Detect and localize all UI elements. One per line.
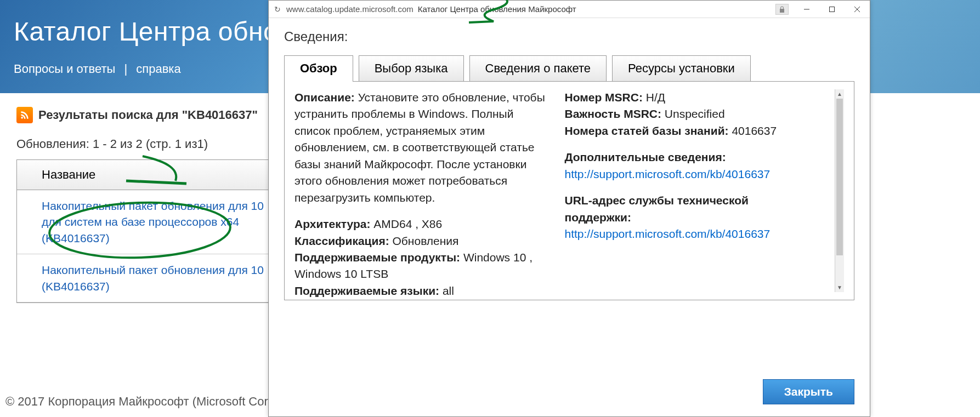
nav-help-link[interactable]: справка	[136, 62, 180, 76]
footer-copyright: © 2017 Корпорация Майкрософт (Microsoft …	[5, 395, 282, 409]
lock-icon	[775, 4, 789, 15]
search-results-label: Результаты поиска для "KB4016637"	[38, 108, 258, 122]
details-popup-window: ↻ www.catalog.update.microsoft.com Катал…	[268, 0, 870, 417]
support-url-label: URL-адрес службы технической поддержки:	[565, 194, 749, 223]
msrc-number-value: Н/Д	[643, 91, 665, 104]
close-window-button[interactable]	[845, 1, 870, 18]
close-button[interactable]: Закрыть	[763, 379, 854, 404]
address-url: www.catalog.update.microsoft.com	[286, 4, 413, 14]
rss-icon[interactable]	[16, 107, 33, 123]
kb-articles-value: 4016637	[729, 124, 777, 137]
right-column: Номер MSRC: Н/Д Важность MSRC: Unspecifi…	[565, 89, 819, 292]
result-link-1[interactable]: Накопительный пакет обновления для 10 дл…	[42, 199, 264, 244]
minimize-button[interactable]	[794, 1, 819, 18]
table-row: Накопительный пакет обновления для 10 дл…	[17, 190, 301, 254]
products-label: Поддерживаемые продукты:	[294, 251, 460, 264]
description-label: Описание:	[294, 91, 355, 104]
scrollbar[interactable]: ▲ ▼	[835, 89, 844, 292]
msrc-severity-label: Важность MSRC:	[565, 107, 662, 120]
msrc-severity-value: Unspecified	[661, 107, 725, 120]
tab-language[interactable]: Выбор языка	[359, 55, 464, 81]
tab-content: Описание: Установите это обновление, что…	[284, 81, 854, 300]
results-table: Название Накопительный пакет обновления …	[16, 159, 302, 303]
tab-package-details[interactable]: Сведения о пакете	[469, 55, 607, 81]
svg-rect-2	[830, 7, 835, 12]
maximize-button[interactable]	[819, 1, 845, 18]
scroll-up-icon[interactable]: ▲	[835, 89, 844, 99]
titlebar: ↻ www.catalog.update.microsoft.com Катал…	[269, 1, 870, 18]
support-url-link[interactable]: http://support.microsoft.com/kb/4016637	[565, 227, 771, 240]
msrc-number-label: Номер MSRC:	[565, 91, 643, 104]
kb-articles-label: Номера статей базы знаний:	[565, 124, 729, 137]
more-info-label: Дополнительные сведения:	[565, 151, 726, 163]
nav-faq-link[interactable]: Вопросы и ответы	[14, 62, 115, 76]
page-title: Каталог Центра обновления Майкрософт	[418, 4, 576, 14]
languages-value: all	[439, 284, 454, 297]
tab-overview[interactable]: Обзор	[284, 55, 353, 81]
column-header-title[interactable]: Название	[17, 160, 301, 190]
classification-label: Классификация:	[294, 235, 389, 247]
left-column: Описание: Установите это обновление, что…	[294, 89, 548, 292]
scroll-track[interactable]	[835, 99, 844, 283]
architecture-value: AMD64 , X86	[371, 218, 443, 230]
languages-label: Поддерживаемые языки:	[294, 284, 439, 297]
popup-body: Сведения: Обзор Выбор языка Сведения о п…	[269, 18, 870, 300]
classification-value: Обновления	[389, 235, 459, 247]
architecture-label: Архитектура:	[294, 218, 371, 230]
scroll-down-icon[interactable]: ▼	[835, 283, 844, 292]
refresh-icon[interactable]: ↻	[269, 5, 286, 14]
tab-install-resources[interactable]: Ресурсы установки	[612, 55, 751, 81]
tab-bar: Обзор Выбор языка Сведения о пакете Ресу…	[284, 55, 854, 81]
table-row: Накопительный пакет обновления для 10 (K…	[17, 254, 301, 302]
description-text: Установите это обновление, чтобы устрани…	[294, 91, 545, 204]
scroll-thumb[interactable]	[836, 99, 843, 255]
details-heading: Сведения:	[284, 29, 854, 44]
result-link-2[interactable]: Накопительный пакет обновления для 10 (K…	[42, 264, 264, 292]
more-info-link[interactable]: http://support.microsoft.com/kb/4016637	[565, 168, 771, 180]
nav-separator: |	[124, 62, 127, 76]
